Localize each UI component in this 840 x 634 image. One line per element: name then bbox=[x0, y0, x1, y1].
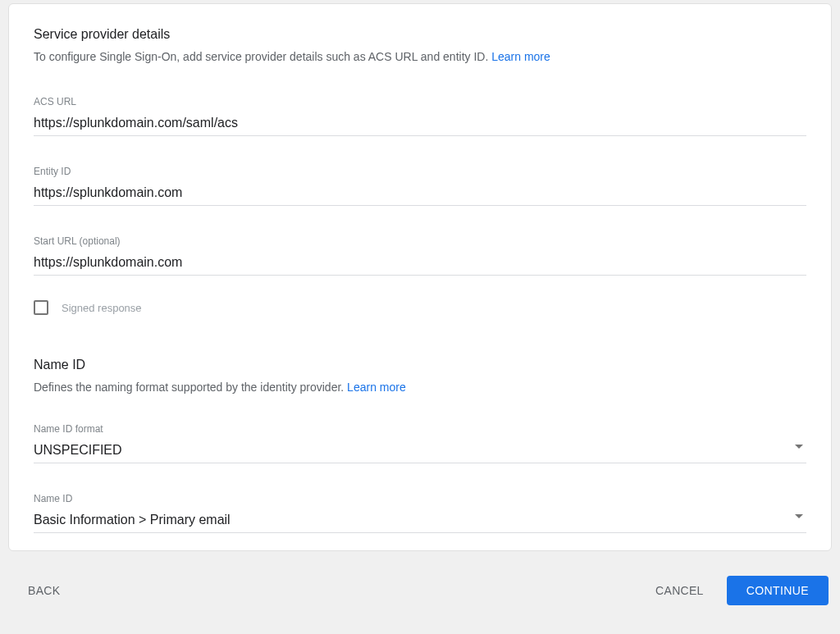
learn-more-link-2[interactable]: Learn more bbox=[347, 381, 406, 394]
footer-right: CANCEL CONTINUE bbox=[655, 576, 829, 605]
name-id-format-select[interactable]: UNSPECIFIED bbox=[34, 441, 806, 463]
name-id-select[interactable]: Basic Information > Primary email bbox=[34, 511, 806, 533]
start-url-field: Start URL (optional) bbox=[34, 235, 806, 276]
learn-more-link[interactable]: Learn more bbox=[491, 50, 550, 63]
signed-response-row: Signed response bbox=[34, 300, 806, 315]
back-button[interactable]: BACK bbox=[28, 584, 60, 597]
form-card: Service provider details To configure Si… bbox=[8, 3, 832, 551]
desc-text-2: Defines the naming format supported by t… bbox=[34, 381, 347, 394]
name-id-value: Basic Information > Primary email bbox=[34, 511, 806, 532]
desc-text: To configure Single Sign-On, add service… bbox=[34, 50, 491, 63]
chevron-down-icon bbox=[795, 514, 803, 518]
acs-url-label: ACS URL bbox=[34, 96, 806, 107]
entity-id-input[interactable] bbox=[34, 184, 806, 206]
start-url-input[interactable] bbox=[34, 253, 806, 276]
footer-bar: BACK CANCEL CONTINUE bbox=[0, 551, 840, 605]
name-id-format-value: UNSPECIFIED bbox=[34, 441, 806, 463]
cancel-button[interactable]: CANCEL bbox=[655, 584, 704, 597]
continue-button[interactable]: CONTINUE bbox=[727, 576, 829, 605]
name-id-label: Name ID bbox=[34, 493, 806, 504]
entity-id-field: Entity ID bbox=[34, 166, 806, 206]
start-url-label: Start URL (optional) bbox=[34, 235, 806, 247]
section-service-provider-title: Service provider details bbox=[34, 27, 806, 42]
name-id-format-label: Name ID format bbox=[34, 423, 806, 435]
acs-url-field: ACS URL bbox=[34, 96, 806, 136]
signed-response-label: Signed response bbox=[62, 302, 142, 314]
name-id-field: Name ID Basic Information > Primary emai… bbox=[34, 493, 806, 533]
section-service-provider-desc: To configure Single Sign-On, add service… bbox=[34, 50, 806, 63]
chevron-down-icon bbox=[795, 445, 803, 449]
signed-response-checkbox[interactable] bbox=[34, 300, 48, 315]
acs-url-input[interactable] bbox=[34, 114, 806, 136]
section-name-id-title: Name ID bbox=[34, 358, 806, 372]
name-id-format-field: Name ID format UNSPECIFIED bbox=[34, 423, 806, 463]
entity-id-label: Entity ID bbox=[34, 166, 806, 177]
section-name-id-desc: Defines the naming format supported by t… bbox=[34, 381, 806, 394]
